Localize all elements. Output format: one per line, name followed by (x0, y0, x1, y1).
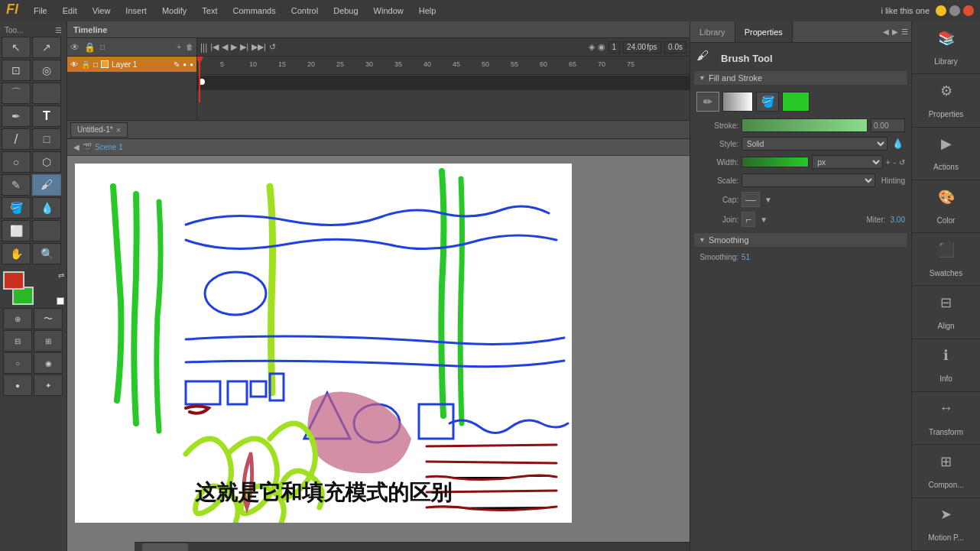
miter-value[interactable]: 3.00 (891, 216, 905, 224)
close-button[interactable] (963, 5, 974, 16)
add-keyframe-icon[interactable]: ◈ (589, 42, 595, 52)
delete-layer-icon[interactable]: 🗑 (186, 43, 193, 51)
menu-window[interactable]: Window (371, 5, 407, 17)
back-frame-icon[interactable]: ◀ (222, 42, 228, 52)
menu-modify[interactable]: Modify (159, 5, 190, 17)
h-scrollbar-thumb[interactable] (142, 543, 188, 551)
fill-color-preview[interactable] (782, 92, 810, 112)
play-icon[interactable]: ▶ (231, 42, 237, 52)
tool-rect[interactable]: □ (32, 128, 61, 150)
tool-bucket[interactable]: 🪣 (2, 197, 31, 219)
sidebar-item-align[interactable]: ⊟ Align (912, 286, 980, 339)
prev-frame-icon[interactable]: |◀ (210, 42, 219, 52)
width-sub-icon[interactable]: - (894, 158, 896, 167)
menu-debug[interactable]: Debug (330, 5, 361, 17)
collapse-icon[interactable]: ||| (200, 42, 207, 53)
width-reset-icon[interactable]: ↺ (899, 158, 905, 167)
menu-help[interactable]: Help (416, 5, 440, 17)
width-unit-select[interactable]: px (812, 155, 882, 169)
forward-frame-icon[interactable]: ▶| (240, 42, 248, 52)
tool-oval[interactable]: ○ (2, 151, 31, 173)
tool-arrow[interactable]: ↖ (2, 37, 31, 58)
panel-prev-icon[interactable]: ◀ (883, 28, 889, 36)
stroke-color-swatch[interactable] (3, 271, 24, 290)
sidebar-item-motion[interactable]: ➤ Motion P... (912, 498, 980, 551)
layer-outline-icon[interactable]: □ (93, 60, 98, 69)
tool-smooth[interactable]: 〜 (34, 308, 63, 329)
scale-input[interactable]: Normal (741, 173, 875, 187)
tool-lasso[interactable]: ⌒ (2, 83, 31, 104)
loop-icon[interactable]: ↺ (269, 42, 276, 52)
menu-insert[interactable]: Insert (122, 5, 150, 17)
menu-file[interactable]: File (31, 5, 50, 17)
swap-colors-icon[interactable]: ⇄ (58, 271, 64, 280)
tool-brush[interactable]: 🖌 (32, 174, 61, 196)
tool-hand[interactable]: ✋ (2, 243, 31, 264)
add-layer-icon[interactable]: + (177, 43, 181, 51)
sidebar-item-library[interactable]: 📚 Library (912, 21, 980, 74)
sidebar-item-info[interactable]: ℹ Info (912, 339, 980, 392)
sidebar-item-properties[interactable]: ⚙ Properties (912, 74, 980, 127)
menu-edit[interactable]: Edit (60, 5, 80, 17)
layer-vis-icon[interactable]: 👁 (70, 60, 78, 69)
minimize-button[interactable] (936, 5, 946, 16)
canvas-wrapper[interactable]: 这就是它和填充模式的区别 (67, 156, 690, 551)
sidebar-item-transform[interactable]: ↔ Transform (912, 392, 980, 445)
style-select[interactable]: Solid Dashed Dotted (741, 137, 888, 151)
join-miter-icon[interactable]: ⌐ (741, 212, 755, 227)
tool-subselect[interactable]: ↗ (32, 37, 61, 58)
cap-select-icon[interactable]: ▼ (764, 196, 772, 204)
tool-extra1[interactable]: ⊟ (3, 330, 32, 352)
stage-canvas[interactable]: 这就是它和填充模式的区别 (75, 164, 572, 523)
scene-label[interactable]: Scene 1 (95, 143, 123, 151)
breadcrumb-back-icon[interactable]: ◀ (73, 143, 80, 151)
tool-line[interactable]: / (2, 128, 31, 150)
tool-pen[interactable]: ✒ (2, 105, 31, 127)
tool-extra6[interactable]: ✦ (34, 374, 63, 396)
menu-control[interactable]: Control (288, 5, 321, 17)
tool-eraser[interactable]: ⬜ (2, 220, 31, 241)
sidebar-item-color[interactable]: 🎨 Color (912, 180, 980, 233)
menu-text[interactable]: Text (199, 5, 220, 17)
maximize-button[interactable] (949, 5, 960, 16)
fill-type-solid-btn[interactable]: ✏ (696, 92, 719, 112)
sidebar-item-swatches[interactable]: ⬛ Swatches (912, 233, 980, 286)
next-frame-icon[interactable]: ▶▶| (251, 42, 266, 52)
tool-extra2[interactable]: ⊞ (34, 330, 63, 352)
h-scrollbar-track[interactable] (135, 542, 690, 551)
tab-library[interactable]: Library (690, 21, 735, 42)
tool-extra5[interactable]: ● (3, 374, 32, 396)
onion-icon[interactable]: ◉ (598, 42, 605, 52)
panel-next-icon[interactable]: ▶ (892, 28, 898, 36)
layer-row[interactable]: 👁 🔒 □ Layer 1 ✎ ● ● (67, 57, 196, 72)
menu-commands[interactable]: Commands (229, 5, 278, 17)
tool-extra3[interactable]: ○ (3, 352, 32, 374)
tab-close-button[interactable]: × (116, 125, 121, 135)
tool-poly[interactable]: ⬡ (32, 151, 61, 173)
workspace-selector[interactable]: i like this one (881, 6, 930, 15)
sidebar-item-actions[interactable]: ▶ Actions (912, 128, 980, 180)
style-eyedropper-icon[interactable]: 💧 (891, 138, 905, 149)
tool-zoom[interactable]: 🔍 (32, 243, 61, 264)
scale-select[interactable]: Normal (742, 176, 875, 186)
sidebar-item-components[interactable]: ⊞ Compon... (912, 445, 980, 498)
default-colors-icon[interactable] (57, 297, 64, 305)
width-add-icon[interactable]: + (886, 158, 891, 167)
frames-area[interactable]: ||| |◀ ◀ ▶ ▶| ▶▶| ↺ ◈ ◉ 1 24.00 fps (197, 38, 690, 120)
tool-pencil[interactable]: ✎ (2, 174, 31, 196)
panel-menu-icon[interactable]: ☰ (901, 28, 908, 36)
smoothing-header[interactable]: ▼ Smoothing (693, 232, 908, 248)
join-select-icon[interactable]: ▼ (760, 216, 767, 224)
fill-stroke-header[interactable]: ▼ Fill and Stroke (693, 70, 908, 86)
cap-round-icon[interactable]: — (741, 192, 760, 207)
menu-view[interactable]: View (89, 5, 114, 17)
tab-untitled[interactable]: Untitled-1* × (70, 122, 128, 138)
tool-text[interactable]: T (32, 105, 61, 127)
tab-properties[interactable]: Properties (735, 21, 793, 42)
tool-snap[interactable]: ⊕ (3, 308, 32, 329)
smoothing-value[interactable]: 51 (741, 253, 750, 261)
stroke-value-display[interactable]: 0.00 (871, 118, 905, 132)
tool-eyedropper[interactable]: 💧 (32, 197, 61, 219)
layer-lock-icon[interactable]: 🔒 (81, 60, 90, 69)
stroke-gradient-bar[interactable] (741, 118, 868, 132)
